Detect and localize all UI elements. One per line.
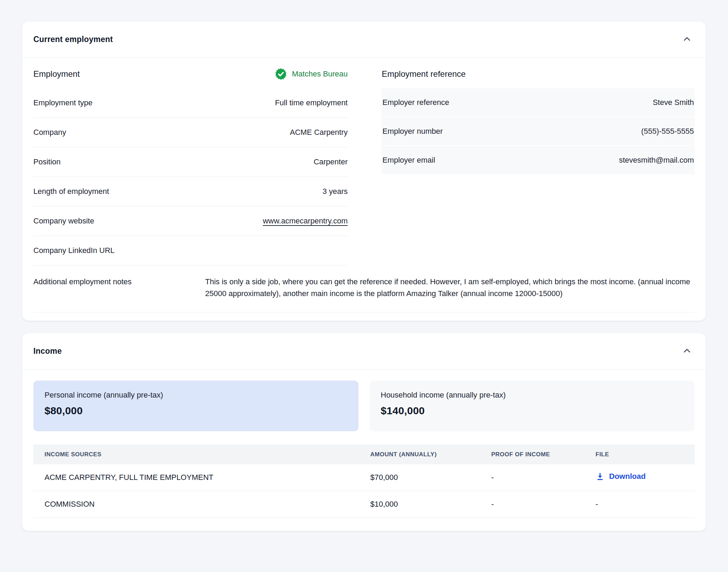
col-header-income-sources: INCOME SOURCES <box>45 451 370 458</box>
income-collapse-button[interactable] <box>680 344 694 358</box>
position-value: Carpenter <box>314 157 348 166</box>
table-row: COMMISSION $10,000 - - <box>33 491 695 518</box>
employment-heading: Employment <box>33 69 80 79</box>
income-table-header-row: INCOME SOURCES AMOUNT (ANNUALLY) PROOF O… <box>33 444 695 464</box>
proof-cell: - <box>491 473 596 482</box>
col-header-proof: PROOF OF INCOME <box>491 451 596 458</box>
current-employment-card: Current employment Employment <box>22 22 706 321</box>
employment-length-value: 3 years <box>323 187 348 196</box>
chevron-up-icon <box>682 34 692 45</box>
employer-reference-row: Employer reference Steve Smith <box>382 88 695 117</box>
position-row: Position Carpenter <box>33 147 348 177</box>
income-title: Income <box>33 346 62 356</box>
employer-reference-value: Steve Smith <box>653 98 694 107</box>
income-card: Income Personal income (annually pre-tax… <box>22 333 706 531</box>
employment-type-row: Employment type Full time employment <box>33 88 348 118</box>
employer-reference-label: Employer reference <box>382 98 449 107</box>
download-icon <box>596 472 605 481</box>
personal-income-label: Personal income (annually pre-tax) <box>45 391 347 400</box>
company-label: Company <box>33 128 66 137</box>
household-income-label: Household income (annually pre-tax) <box>381 391 683 400</box>
current-employment-collapse-button[interactable] <box>680 33 694 47</box>
employer-number-label: Employer number <box>382 127 443 136</box>
proof-cell: - <box>491 500 596 509</box>
download-label: Download <box>609 472 646 481</box>
employment-type-value: Full time employment <box>275 98 348 107</box>
employment-length-label: Length of employment <box>33 187 109 196</box>
household-income-value: $140,000 <box>381 405 683 417</box>
personal-income-value: $80,000 <box>45 405 347 417</box>
company-row: Company ACME Carpentry <box>33 118 348 147</box>
verified-seal-icon <box>275 68 287 80</box>
employer-number-row: Employer number (555)-555-5555 <box>382 117 695 146</box>
company-website-link[interactable]: www.acmecarpentry.com <box>263 216 348 226</box>
employment-length-row: Length of employment 3 years <box>33 177 348 206</box>
additional-notes-row: Additional employment notes This is only… <box>33 265 695 312</box>
table-row: ACME CARPENTRY, FULL TIME EMPLOYMENT $70… <box>33 464 695 491</box>
personal-income-box: Personal income (annually pre-tax) $80,0… <box>33 381 358 431</box>
income-body: Personal income (annually pre-tax) $80,0… <box>22 381 706 531</box>
matches-bureau-badge: Matches Bureau <box>275 68 348 80</box>
col-header-amount: AMOUNT (ANNUALLY) <box>370 451 491 458</box>
income-summary: Personal income (annually pre-tax) $80,0… <box>33 381 695 431</box>
file-cell: - <box>596 500 683 509</box>
col-header-file: FILE <box>596 451 683 458</box>
current-employment-title: Current employment <box>33 35 113 44</box>
company-linkedin-row: Company LinkedIn URL <box>33 236 348 265</box>
additional-notes-label: Additional employment notes <box>33 276 205 300</box>
income-source-cell: ACME CARPENTRY, FULL TIME EMPLOYMENT <box>45 473 370 482</box>
employment-reference-section: Employment reference Employer reference … <box>382 58 695 265</box>
current-employment-body: Employment Matches Bureau Employment typ… <box>22 58 706 321</box>
income-source-cell: COMMISSION <box>45 500 370 509</box>
income-header: Income <box>22 333 706 369</box>
matches-bureau-label: Matches Bureau <box>292 70 348 79</box>
company-value: ACME Carpentry <box>290 128 348 137</box>
income-sources-table: INCOME SOURCES AMOUNT (ANNUALLY) PROOF O… <box>33 444 695 518</box>
company-website-row: Company website www.acmecarpentry.com <box>33 206 348 236</box>
company-website-label: Company website <box>33 216 94 226</box>
employment-reference-header: Employment reference <box>382 58 695 88</box>
employment-reference-heading: Employment reference <box>382 69 466 79</box>
employer-email-label: Employer email <box>382 156 435 165</box>
company-linkedin-label: Company LinkedIn URL <box>33 246 115 255</box>
employer-email-value: stevesmith@mail.com <box>619 156 694 165</box>
amount-cell: $10,000 <box>370 500 491 509</box>
position-label: Position <box>33 157 60 166</box>
employer-number-value: (555)-555-5555 <box>641 127 694 136</box>
chevron-up-icon <box>682 345 692 357</box>
employment-type-label: Employment type <box>33 98 92 107</box>
download-link[interactable]: Download <box>596 472 646 481</box>
additional-notes-text: This is only a side job, where you can g… <box>205 276 695 300</box>
current-employment-header: Current employment <box>22 22 706 58</box>
employment-columns: Employment Matches Bureau Employment typ… <box>33 58 695 265</box>
employment-section: Employment Matches Bureau Employment typ… <box>33 58 348 265</box>
employer-email-row: Employer email stevesmith@mail.com <box>382 146 695 175</box>
amount-cell: $70,000 <box>370 473 491 482</box>
employment-section-header: Employment Matches Bureau <box>33 58 348 88</box>
household-income-box: Household income (annually pre-tax) $140… <box>370 381 695 431</box>
